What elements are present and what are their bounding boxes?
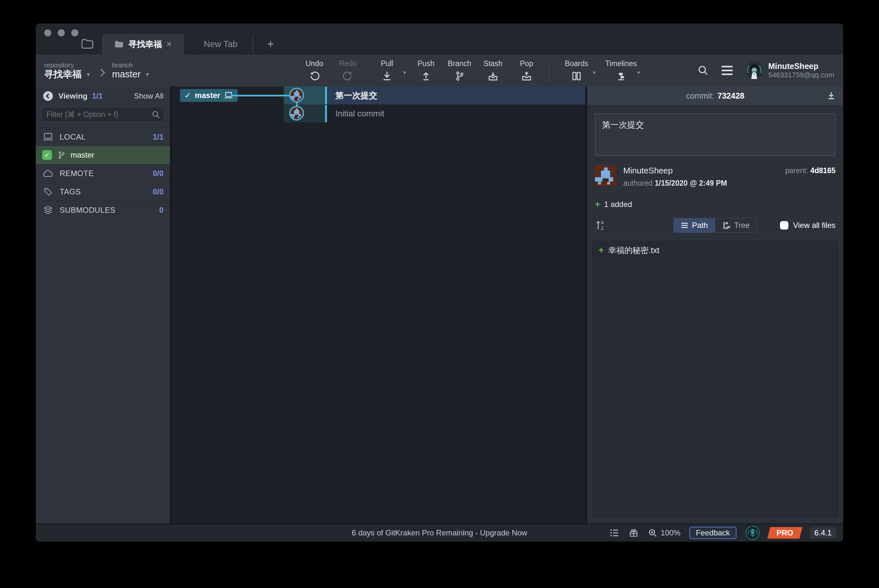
boards-button[interactable]: Boards ▾: [554, 54, 599, 86]
filter-input[interactable]: [42, 107, 164, 122]
sidebar-branch-master[interactable]: ✓ master: [36, 146, 170, 164]
repo-branch-switcher: repository 寻找幸福 ▾ branch master ▾: [44, 61, 196, 80]
added-file-icon: +: [598, 246, 604, 255]
repository-name: 寻找幸福: [44, 69, 82, 80]
sidebar-item-label: LOCAL: [60, 132, 86, 141]
branch-edge: [231, 95, 290, 96]
changelog-icon[interactable]: [609, 528, 620, 538]
gitkraken-window: 寻找幸福 × New Tab + repository 寻找幸福 ▾ branc…: [36, 24, 843, 542]
authored-label: authored: [623, 179, 652, 187]
status-bar: 6 days of GitKraken Pro Remaining - Upgr…: [36, 524, 843, 542]
boards-icon: [572, 70, 582, 81]
search-icon[interactable]: [697, 64, 709, 76]
download-patch-icon[interactable]: [826, 91, 836, 100]
push-icon: [421, 70, 431, 81]
viewing-count: 1/1: [92, 92, 102, 100]
undo-button[interactable]: Undo: [298, 54, 331, 86]
redo-button[interactable]: Redo: [331, 54, 365, 86]
commit-graph: ✓ master 第一次提交 Initial c: [172, 86, 585, 524]
commit-node[interactable]: [289, 106, 304, 121]
timelines-options-caret[interactable]: ▾: [637, 69, 640, 76]
toolbar-actions: Undo Redo Pull ▾ Push: [298, 54, 643, 86]
sidebar-item-remote[interactable]: REMOTE 0/0: [36, 164, 170, 183]
submodules-count: 0: [159, 206, 164, 215]
window-minimize-button[interactable]: [58, 29, 65, 36]
tags-count: 0/0: [153, 187, 164, 196]
user-profile[interactable]: MinuteSheep 546331759@qq.com: [746, 61, 834, 79]
stash-icon: [488, 70, 498, 81]
pop-button[interactable]: Pop: [510, 54, 543, 86]
laptop-icon: [42, 132, 54, 142]
gitkraken-logo[interactable]: [746, 526, 760, 540]
unchecked-checkbox-icon[interactable]: [780, 221, 788, 230]
svg-text:Z: Z: [601, 226, 604, 231]
branch-icon: [454, 70, 465, 81]
tab-close-icon[interactable]: ×: [166, 39, 171, 50]
toolbar-right: MinuteSheep 546331759@qq.com: [697, 61, 834, 79]
commit-row[interactable]: ✓ master 第一次提交: [172, 86, 585, 105]
add-tab-button[interactable]: +: [259, 34, 282, 54]
pro-badge[interactable]: PRO: [767, 527, 802, 538]
zoom-level: 100%: [661, 528, 680, 537]
show-all-button[interactable]: Show All: [134, 92, 164, 100]
sidebar-item-label: REMOTE: [60, 169, 94, 178]
cloud-icon: [42, 169, 54, 178]
branch-label: branch: [112, 61, 149, 69]
feedback-button[interactable]: Feedback: [689, 527, 736, 539]
tag-icon: [42, 187, 54, 196]
timelines-button[interactable]: Timelines ▾: [599, 54, 643, 86]
plus-icon: +: [595, 200, 600, 209]
window-close-button[interactable]: [44, 29, 51, 36]
commit-message-box[interactable]: 第一次提交: [595, 114, 836, 156]
sidebar-item-tags[interactable]: TAGS 0/0: [36, 183, 170, 201]
collapse-sidebar-icon[interactable]: [42, 90, 54, 102]
sidebar-item-submodules[interactable]: SUBMODULES 0: [36, 201, 170, 219]
commit-node[interactable]: [289, 88, 304, 102]
main-toolbar: repository 寻找幸福 ▾ branch master ▾ Undo: [36, 54, 843, 86]
authored-date: 1/15/2020 @ 2:49 PM: [655, 179, 727, 187]
layers-icon: [42, 205, 54, 215]
list-icon: [680, 222, 689, 229]
parent-hash[interactable]: 4d8165: [810, 166, 836, 175]
menu-icon[interactable]: [722, 66, 733, 75]
pull-options-caret[interactable]: ▾: [403, 69, 406, 76]
tab-repository[interactable]: 寻找幸福 ×: [102, 34, 184, 54]
local-count: 1/1: [153, 132, 164, 141]
graph-branch-label[interactable]: ✓ master: [180, 89, 238, 102]
stash-button[interactable]: Stash: [476, 54, 510, 86]
svg-text:A: A: [601, 220, 604, 225]
commit-message: 第一次提交: [335, 86, 377, 105]
zoom-control[interactable]: 100%: [648, 528, 680, 538]
sort-az-icon[interactable]: AZ: [595, 219, 606, 231]
tree-view-button[interactable]: Tree: [715, 218, 757, 233]
view-all-files-toggle[interactable]: View all files: [780, 221, 836, 230]
pull-button[interactable]: Pull ▾: [365, 54, 409, 86]
open-repo-icon[interactable]: [81, 38, 94, 50]
chevron-down-icon: ▾: [146, 71, 149, 78]
branch-dropdown[interactable]: branch master ▾: [112, 61, 149, 80]
window-zoom-button[interactable]: [71, 29, 78, 36]
gift-icon[interactable]: [628, 528, 639, 538]
window-controls: [44, 29, 78, 36]
avatar: [746, 62, 763, 79]
checked-checkbox-icon[interactable]: ✓: [42, 150, 52, 160]
file-row[interactable]: + 幸福的秘密.txt: [591, 243, 839, 258]
user-email: 546331759@qq.com: [768, 71, 834, 79]
path-view-button[interactable]: Path: [673, 218, 715, 233]
boards-options-caret[interactable]: ▾: [592, 69, 596, 76]
branch-button[interactable]: Branch: [443, 54, 476, 86]
commit-row[interactable]: Initial commit: [172, 105, 585, 123]
file-list: + 幸福的秘密.txt: [591, 240, 839, 518]
push-button[interactable]: Push: [409, 54, 443, 86]
check-icon: ✓: [184, 91, 191, 100]
trial-message[interactable]: 6 days of GitKraken Pro Remaining - Upgr…: [352, 528, 527, 537]
file-name: 幸福的秘密.txt: [608, 245, 659, 256]
branch-name: master: [70, 150, 94, 160]
parent-label: parent:: [785, 166, 808, 175]
title-bar: 寻找幸福 × New Tab +: [36, 24, 843, 54]
repository-dropdown[interactable]: repository 寻找幸福 ▾: [44, 61, 90, 80]
sidebar-item-label: SUBMODULES: [60, 206, 116, 215]
commit-panel: commit: 732428 第一次提交 MinuteSheep authore…: [585, 86, 843, 524]
tab-new[interactable]: New Tab: [190, 34, 251, 54]
sidebar-item-local[interactable]: LOCAL 1/1: [36, 128, 170, 146]
